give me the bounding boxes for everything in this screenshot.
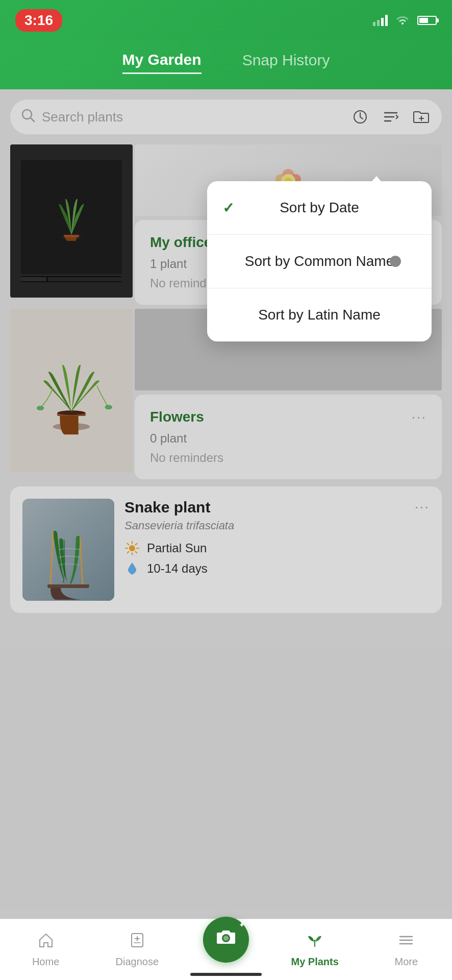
my-plants-icon (306, 932, 323, 953)
home-icon (37, 932, 55, 953)
nav-my-plants-label: My Plants (291, 956, 338, 968)
camera-icon (215, 927, 237, 951)
tab-snap-history[interactable]: Snap History (242, 52, 330, 74)
nav-home[interactable]: Home (20, 932, 71, 968)
sort-dropdown: ✓ Sort by Date Sort by Common Name Sort … (207, 181, 432, 341)
status-bar: 3:16 (0, 0, 452, 41)
more-icon (397, 932, 415, 953)
nav-more-label: More (395, 956, 418, 968)
camera-button[interactable]: ✦ ✦ (203, 917, 249, 963)
wifi-icon (395, 13, 410, 28)
sort-by-date[interactable]: ✓ Sort by Date (207, 181, 432, 235)
dropdown-arrow (369, 176, 384, 184)
signal-icon (373, 15, 388, 26)
checkmark-icon: ✓ (222, 200, 234, 216)
sparkle-2: ✦ (240, 920, 244, 925)
nav-home-label: Home (32, 956, 59, 968)
nav-diagnose[interactable]: Diagnose (112, 932, 163, 968)
nav-my-plants[interactable]: My Plants (289, 932, 340, 968)
sort-date-label: Sort by Date (280, 200, 359, 216)
bottom-nav: Home Diagnose ✦ ✦ (0, 919, 452, 980)
main-content: Search plants (0, 89, 452, 932)
status-time: 3:16 (15, 9, 62, 32)
diagnose-icon (129, 932, 146, 953)
sort-latin-label: Sort by Latin Name (258, 307, 381, 323)
sort-by-common-name[interactable]: Sort by Common Name (207, 235, 432, 288)
tab-my-garden[interactable]: My Garden (122, 51, 202, 74)
home-indicator (190, 973, 262, 976)
gray-dot-indicator (390, 256, 401, 267)
nav-more[interactable]: More (381, 932, 432, 968)
sort-by-latin-name[interactable]: Sort by Latin Name (207, 288, 432, 341)
battery-icon (417, 16, 437, 25)
sort-common-label: Sort by Common Name (245, 253, 394, 270)
status-icons (373, 13, 437, 28)
svg-point-37 (223, 936, 229, 941)
header-tabs: My Garden Snap History (0, 41, 452, 89)
nav-diagnose-label: Diagnose (116, 956, 159, 968)
